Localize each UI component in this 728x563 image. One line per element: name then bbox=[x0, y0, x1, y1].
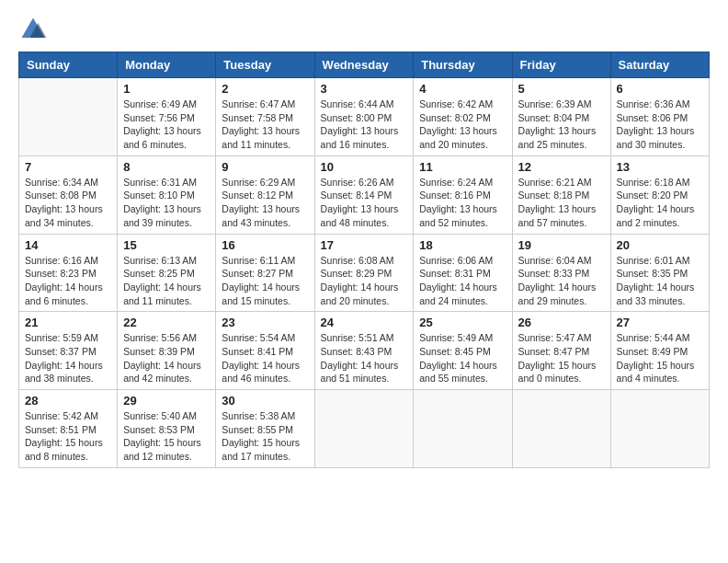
day-number: 23 bbox=[222, 316, 308, 329]
calendar-week-row: 28Sunrise: 5:42 AMSunset: 8:51 PMDayligh… bbox=[19, 390, 710, 468]
calendar-cell: 26Sunrise: 5:47 AMSunset: 8:47 PMDayligh… bbox=[512, 312, 610, 390]
day-number: 14 bbox=[25, 238, 111, 252]
day-number: 6 bbox=[617, 82, 703, 96]
day-number: 3 bbox=[321, 82, 408, 96]
calendar-header-tuesday: Tuesday bbox=[216, 52, 314, 78]
day-info: Sunrise: 6:29 AMSunset: 8:12 PMDaylight:… bbox=[222, 176, 308, 230]
day-info: Sunrise: 6:26 AMSunset: 8:14 PMDaylight:… bbox=[321, 176, 408, 230]
day-number: 9 bbox=[222, 160, 308, 174]
day-info: Sunrise: 5:42 AMSunset: 8:51 PMDaylight:… bbox=[25, 409, 111, 464]
logo bbox=[18, 15, 51, 44]
calendar-header-friday: Friday bbox=[512, 52, 610, 78]
day-info: Sunrise: 6:24 AMSunset: 8:16 PMDaylight:… bbox=[419, 176, 506, 230]
day-info: Sunrise: 6:44 AMSunset: 8:00 PMDaylight:… bbox=[321, 98, 408, 152]
calendar-cell bbox=[610, 390, 709, 468]
calendar-cell: 7Sunrise: 6:34 AMSunset: 8:08 PMDaylight… bbox=[19, 155, 118, 234]
day-info: Sunrise: 6:34 AMSunset: 8:08 PMDaylight:… bbox=[25, 176, 111, 230]
day-number: 19 bbox=[518, 238, 605, 252]
calendar-cell: 5Sunrise: 6:39 AMSunset: 8:04 PMDaylight… bbox=[512, 78, 610, 156]
day-number: 15 bbox=[123, 238, 210, 252]
day-info: Sunrise: 6:36 AMSunset: 8:06 PMDaylight:… bbox=[617, 98, 703, 152]
day-number: 21 bbox=[25, 316, 111, 329]
calendar-cell: 18Sunrise: 6:06 AMSunset: 8:31 PMDayligh… bbox=[414, 234, 512, 312]
calendar-cell: 1Sunrise: 6:49 AMSunset: 7:56 PMDaylight… bbox=[118, 78, 216, 156]
day-number: 18 bbox=[419, 238, 506, 252]
day-info: Sunrise: 6:04 AMSunset: 8:33 PMDaylight:… bbox=[518, 254, 605, 308]
calendar-week-row: 14Sunrise: 6:16 AMSunset: 8:23 PMDayligh… bbox=[19, 234, 710, 312]
day-info: Sunrise: 5:54 AMSunset: 8:41 PMDaylight:… bbox=[222, 331, 308, 385]
calendar-cell: 28Sunrise: 5:42 AMSunset: 8:51 PMDayligh… bbox=[19, 390, 118, 468]
day-number: 12 bbox=[518, 160, 605, 174]
day-info: Sunrise: 6:39 AMSunset: 8:04 PMDaylight:… bbox=[518, 98, 605, 152]
calendar-cell: 25Sunrise: 5:49 AMSunset: 8:45 PMDayligh… bbox=[414, 312, 512, 390]
calendar-week-row: 1Sunrise: 6:49 AMSunset: 7:56 PMDaylight… bbox=[19, 78, 710, 156]
day-info: Sunrise: 5:40 AMSunset: 8:53 PMDaylight:… bbox=[123, 409, 210, 464]
day-info: Sunrise: 6:49 AMSunset: 7:56 PMDaylight:… bbox=[123, 98, 210, 152]
day-info: Sunrise: 6:13 AMSunset: 8:25 PMDaylight:… bbox=[123, 254, 210, 308]
day-info: Sunrise: 6:31 AMSunset: 8:10 PMDaylight:… bbox=[123, 176, 210, 230]
calendar-cell bbox=[414, 390, 512, 468]
calendar-cell: 27Sunrise: 5:44 AMSunset: 8:49 PMDayligh… bbox=[610, 312, 709, 390]
day-number: 13 bbox=[617, 160, 703, 174]
day-info: Sunrise: 5:59 AMSunset: 8:37 PMDaylight:… bbox=[25, 331, 111, 385]
calendar-cell bbox=[19, 78, 118, 156]
calendar-cell: 3Sunrise: 6:44 AMSunset: 8:00 PMDaylight… bbox=[314, 78, 414, 156]
calendar-cell: 20Sunrise: 6:01 AMSunset: 8:35 PMDayligh… bbox=[610, 234, 709, 312]
day-info: Sunrise: 6:21 AMSunset: 8:18 PMDaylight:… bbox=[518, 176, 605, 230]
day-number: 4 bbox=[419, 82, 506, 96]
day-number: 25 bbox=[419, 316, 506, 329]
calendar-header-saturday: Saturday bbox=[610, 52, 709, 78]
calendar-cell bbox=[314, 390, 414, 468]
calendar: SundayMondayTuesdayWednesdayThursdayFrid… bbox=[18, 52, 710, 468]
day-number: 22 bbox=[123, 316, 210, 329]
day-number: 28 bbox=[25, 394, 111, 408]
day-number: 5 bbox=[518, 82, 605, 96]
day-number: 16 bbox=[222, 238, 308, 252]
day-info: Sunrise: 5:51 AMSunset: 8:43 PMDaylight:… bbox=[321, 331, 408, 385]
day-info: Sunrise: 5:49 AMSunset: 8:45 PMDaylight:… bbox=[419, 331, 506, 385]
calendar-cell: 8Sunrise: 6:31 AMSunset: 8:10 PMDaylight… bbox=[118, 155, 216, 234]
day-info: Sunrise: 6:47 AMSunset: 7:58 PMDaylight:… bbox=[222, 98, 308, 152]
calendar-cell: 22Sunrise: 5:56 AMSunset: 8:39 PMDayligh… bbox=[118, 312, 216, 390]
calendar-cell bbox=[512, 390, 610, 468]
day-number: 30 bbox=[222, 394, 308, 408]
calendar-cell: 4Sunrise: 6:42 AMSunset: 8:02 PMDaylight… bbox=[414, 78, 512, 156]
calendar-cell: 2Sunrise: 6:47 AMSunset: 7:58 PMDaylight… bbox=[216, 78, 314, 156]
calendar-header-wednesday: Wednesday bbox=[314, 52, 414, 78]
day-info: Sunrise: 6:08 AMSunset: 8:29 PMDaylight:… bbox=[321, 254, 408, 308]
calendar-cell: 19Sunrise: 6:04 AMSunset: 8:33 PMDayligh… bbox=[512, 234, 610, 312]
logo-icon bbox=[18, 15, 48, 44]
calendar-week-row: 7Sunrise: 6:34 AMSunset: 8:08 PMDaylight… bbox=[19, 155, 710, 234]
calendar-cell: 11Sunrise: 6:24 AMSunset: 8:16 PMDayligh… bbox=[414, 155, 512, 234]
day-number: 2 bbox=[222, 82, 308, 96]
day-info: Sunrise: 5:47 AMSunset: 8:47 PMDaylight:… bbox=[518, 331, 605, 385]
header bbox=[18, 15, 710, 44]
page: SundayMondayTuesdayWednesdayThursdayFrid… bbox=[0, 0, 728, 563]
calendar-cell: 21Sunrise: 5:59 AMSunset: 8:37 PMDayligh… bbox=[19, 312, 118, 390]
day-number: 11 bbox=[419, 160, 506, 174]
calendar-cell: 13Sunrise: 6:18 AMSunset: 8:20 PMDayligh… bbox=[610, 155, 709, 234]
day-info: Sunrise: 6:01 AMSunset: 8:35 PMDaylight:… bbox=[617, 254, 703, 308]
day-info: Sunrise: 5:38 AMSunset: 8:55 PMDaylight:… bbox=[222, 409, 308, 464]
day-number: 24 bbox=[321, 316, 408, 329]
calendar-cell: 24Sunrise: 5:51 AMSunset: 8:43 PMDayligh… bbox=[314, 312, 414, 390]
calendar-cell: 16Sunrise: 6:11 AMSunset: 8:27 PMDayligh… bbox=[216, 234, 314, 312]
calendar-cell: 15Sunrise: 6:13 AMSunset: 8:25 PMDayligh… bbox=[118, 234, 216, 312]
calendar-cell: 17Sunrise: 6:08 AMSunset: 8:29 PMDayligh… bbox=[314, 234, 414, 312]
calendar-cell: 6Sunrise: 6:36 AMSunset: 8:06 PMDaylight… bbox=[610, 78, 709, 156]
day-number: 1 bbox=[123, 82, 210, 96]
calendar-header-row: SundayMondayTuesdayWednesdayThursdayFrid… bbox=[19, 52, 710, 78]
day-info: Sunrise: 5:56 AMSunset: 8:39 PMDaylight:… bbox=[123, 331, 210, 385]
day-info: Sunrise: 5:44 AMSunset: 8:49 PMDaylight:… bbox=[617, 331, 703, 385]
day-number: 10 bbox=[321, 160, 408, 174]
calendar-header-sunday: Sunday bbox=[19, 52, 118, 78]
calendar-cell: 10Sunrise: 6:26 AMSunset: 8:14 PMDayligh… bbox=[314, 155, 414, 234]
day-number: 29 bbox=[123, 394, 210, 408]
day-number: 7 bbox=[25, 160, 111, 174]
day-number: 17 bbox=[321, 238, 408, 252]
calendar-header-monday: Monday bbox=[118, 52, 216, 78]
day-number: 8 bbox=[123, 160, 210, 174]
calendar-cell: 14Sunrise: 6:16 AMSunset: 8:23 PMDayligh… bbox=[19, 234, 118, 312]
calendar-header-thursday: Thursday bbox=[414, 52, 512, 78]
calendar-cell: 30Sunrise: 5:38 AMSunset: 8:55 PMDayligh… bbox=[216, 390, 314, 468]
